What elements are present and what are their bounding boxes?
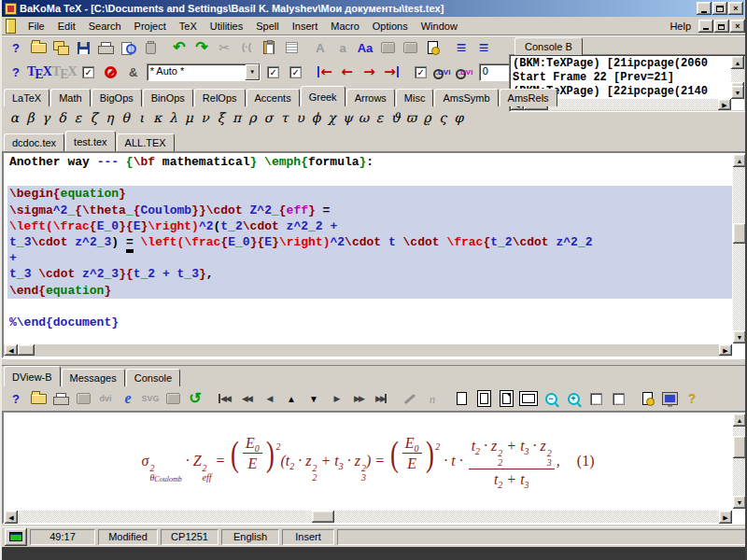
sync-check-checkbox-box[interactable]: ✓ xyxy=(415,66,427,78)
panel-tab-console[interactable]: Console xyxy=(126,369,180,386)
copy-file-button[interactable] xyxy=(49,36,72,59)
scroll-left-button[interactable]: ◀ xyxy=(5,344,18,356)
greek-letter-button[interactable]: κ xyxy=(149,110,165,125)
scroll-track[interactable] xyxy=(733,458,746,496)
tex-disabled-button[interactable]: TEX xyxy=(52,61,78,83)
format-combo[interactable]: * Auto *▼ xyxy=(147,63,261,81)
print-button[interactable] xyxy=(49,387,72,410)
undo-button[interactable]: ↶ xyxy=(168,36,190,59)
scroll-right-button[interactable]: ▶ xyxy=(718,99,731,110)
pane-splitter[interactable] xyxy=(2,358,747,366)
symbol-tab-relops[interactable]: RelOps xyxy=(194,89,246,106)
symbol-tab-latex[interactable]: LaTeX xyxy=(4,89,49,106)
scroll-thumb[interactable] xyxy=(18,344,35,356)
delete-button[interactable] xyxy=(139,36,162,59)
document-icon[interactable] xyxy=(6,19,16,34)
scroll-track[interactable] xyxy=(731,69,744,82)
page-next-button[interactable]: ▶ xyxy=(325,387,347,410)
camera-button[interactable] xyxy=(162,387,184,410)
greek-letter-button[interactable]: θ xyxy=(118,110,134,125)
format-combo-dropdown-button[interactable]: ▼ xyxy=(246,64,260,80)
greek-letter-button[interactable]: μ xyxy=(181,110,197,125)
scroll-up-button[interactable]: ▲ xyxy=(731,56,744,69)
zoom-in-button[interactable]: + xyxy=(562,387,585,410)
menu-item-project[interactable]: Project xyxy=(128,19,173,34)
find-in-files-button[interactable] xyxy=(117,36,139,59)
new-window-button[interactable] xyxy=(421,36,444,59)
format-combo-combo[interactable]: * Auto *▼ xyxy=(145,61,262,83)
print-button[interactable] xyxy=(94,36,117,59)
greek-letter-button[interactable]: ϖ xyxy=(403,110,419,125)
svg-export-button[interactable]: SVG xyxy=(139,387,162,410)
scroll-right-button[interactable]: ▶ xyxy=(719,344,732,356)
panel-tab-messages[interactable]: Messages xyxy=(62,369,125,386)
scroll-track[interactable] xyxy=(733,427,746,436)
open-button[interactable] xyxy=(27,36,49,59)
menu-item-help[interactable]: Help xyxy=(663,19,698,34)
menu-item-search[interactable]: Search xyxy=(82,19,128,34)
title-bar[interactable]: BaKoMa TeX - [C:\Documents and Settings\… xyxy=(2,0,745,17)
tex-compile-button[interactable]: TEX xyxy=(27,61,52,83)
change-case-button[interactable]: Aa xyxy=(354,36,376,59)
help-button[interactable]: ? xyxy=(5,387,27,410)
greek-letter-button[interactable]: ϑ xyxy=(388,110,403,125)
greek-letter-button[interactable]: ρ xyxy=(245,110,261,125)
cut-button[interactable]: ✂ xyxy=(213,36,235,59)
greek-letter-button[interactable]: σ xyxy=(261,110,276,125)
help-button[interactable]: ? xyxy=(5,36,27,59)
page-auto-button[interactable] xyxy=(636,387,658,410)
auto-check-checkbox-box[interactable]: ✓ xyxy=(82,66,94,78)
uppercase-button[interactable]: A xyxy=(309,36,331,59)
symbol-tab-arrows[interactable]: Arrows xyxy=(346,89,395,106)
opt-b-check-checkbox[interactable] xyxy=(607,387,629,410)
opt-b-check-checkbox-box[interactable] xyxy=(613,393,625,405)
editor-line[interactable]: \begin{equation} xyxy=(7,186,732,202)
greek-letter-button[interactable]: χ xyxy=(324,110,340,125)
redo-button[interactable]: ↷ xyxy=(190,36,213,59)
close-button[interactable]: × xyxy=(728,2,743,15)
greek-letter-button[interactable]: ζ xyxy=(86,110,102,125)
greek-letter-button[interactable]: π xyxy=(229,110,245,125)
help-button[interactable]: ? xyxy=(5,61,27,83)
stop-button[interactable] xyxy=(100,61,122,83)
editor-line[interactable] xyxy=(7,170,732,186)
opt-b-check-checkbox[interactable]: ✓ xyxy=(285,61,307,83)
goto-first-button[interactable]: ← xyxy=(314,61,336,83)
greek-letter-button[interactable]: ψ xyxy=(340,110,356,125)
scroll-thumb[interactable] xyxy=(733,223,746,244)
symbol-tab-amssymb[interactable]: AmsSymb xyxy=(434,89,498,106)
page-fit-button[interactable] xyxy=(472,387,495,410)
scroll-track[interactable] xyxy=(548,99,718,110)
scroll-up-button[interactable]: ▲ xyxy=(733,154,746,167)
greek-letter-button[interactable]: ε xyxy=(70,110,86,125)
greek-letter-button[interactable]: λ xyxy=(165,110,181,125)
scroll-track[interactable] xyxy=(733,167,746,223)
dvi-inverse-search-button[interactable]: .DVI xyxy=(455,61,477,83)
paste-button[interactable] xyxy=(258,36,280,59)
editor-line[interactable] xyxy=(7,299,732,315)
greek-letter-button[interactable]: α xyxy=(7,110,22,125)
opt-a-check-checkbox[interactable]: ✓ xyxy=(262,61,285,83)
goto-last-button[interactable]: → xyxy=(381,61,403,83)
draw-pen-button[interactable] xyxy=(399,387,421,410)
symbol-tab-misc[interactable]: Misc xyxy=(396,89,434,106)
page-first-button[interactable]: ◀◀ xyxy=(213,387,235,410)
scroll-track[interactable] xyxy=(18,511,312,523)
greek-letter-button[interactable]: β xyxy=(22,110,38,125)
lowercase-button[interactable]: a xyxy=(331,36,354,59)
editor-line[interactable]: t_3 \cdot z^2_3}{t_2 + t_3}, xyxy=(7,266,732,282)
opt-a-check-checkbox-box[interactable]: ✓ xyxy=(267,66,279,78)
page-wide-button[interactable] xyxy=(517,387,540,410)
opt-a-check-checkbox-box[interactable] xyxy=(590,393,602,405)
greek-letter-button[interactable]: γ xyxy=(38,110,54,125)
scroll-up-button[interactable]: ▲ xyxy=(733,413,746,427)
editor-line[interactable]: \left(\frac{E_0}{E}\right)^2(t_2\cdot z^… xyxy=(7,218,732,234)
symbol-tab-math[interactable]: Math xyxy=(50,89,90,106)
greek-letter-button[interactable]: ξ xyxy=(213,110,229,125)
zoom-out-button[interactable]: − xyxy=(540,387,562,410)
goto-next-button[interactable]: → xyxy=(359,61,381,83)
editor-line[interactable]: \end{equation} xyxy=(7,283,732,299)
menu-item-utilities[interactable]: Utilities xyxy=(204,19,249,34)
sort-button[interactable] xyxy=(280,36,303,59)
page-number-button[interactable]: n xyxy=(421,387,444,410)
